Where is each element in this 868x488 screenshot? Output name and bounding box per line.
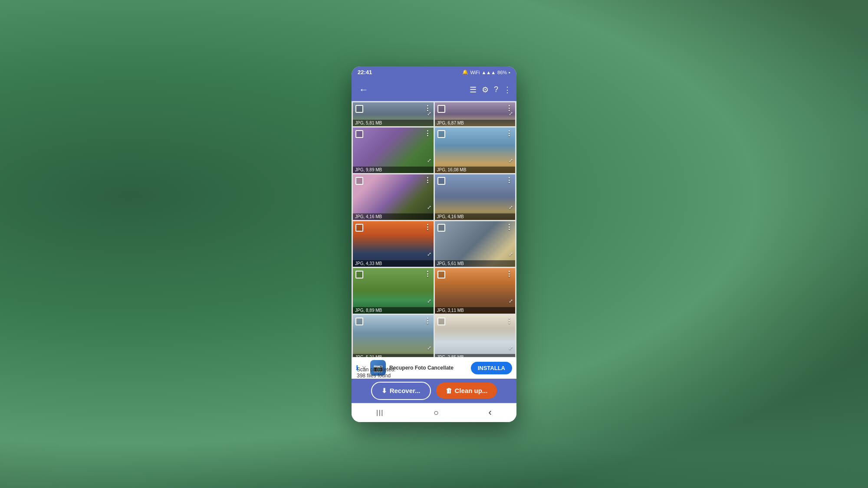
photo-checkbox[interactable] <box>437 318 445 325</box>
photo-file-label: JPG, 3,11 MB <box>435 307 516 314</box>
list-item[interactable]: ⋮ ⤢ JPG, 2,85 MB <box>435 315 516 357</box>
expand-icon[interactable]: ⤢ <box>427 345 431 351</box>
photo-file-label: JPG, 8,89 MB <box>353 307 434 314</box>
expand-icon[interactable]: ⤢ <box>509 157 513 164</box>
photo-checkbox[interactable] <box>355 105 363 113</box>
ad-info-icon[interactable]: ℹ <box>356 364 358 371</box>
signal-icon: ▲▲▲ <box>481 70 496 75</box>
photo-menu-icon[interactable]: ⋮ <box>506 129 513 138</box>
photo-file-label: JPG, 5,81 MB <box>353 120 434 126</box>
photo-menu-icon[interactable]: ⋮ <box>424 223 431 231</box>
recover-button[interactable]: ⬇ Recover... <box>371 382 431 400</box>
wifi-icon: WiFi <box>470 70 480 75</box>
list-item[interactable]: ⋮ ⤢ JPG, 6,87 MB <box>435 102 516 126</box>
photo-checkbox[interactable] <box>437 224 445 232</box>
photo-file-label: JPG, 16,08 MB <box>435 167 516 173</box>
photo-checkbox[interactable] <box>437 130 445 138</box>
list-item[interactable]: ⋮ ⤢ JPG, 9,89 MB <box>353 128 434 173</box>
list-item[interactable]: ⋮ ⤢ JPG, 5,61 MB <box>435 221 516 267</box>
photo-checkbox[interactable] <box>437 177 445 185</box>
status-time: 22:41 <box>358 69 372 75</box>
filter-icon[interactable]: ☰ <box>470 85 477 95</box>
ad-close-icon[interactable]: ✕ <box>362 364 367 371</box>
ad-title: Recupero Foto Cancellate <box>389 365 467 371</box>
list-item[interactable]: ⋮ ⤢ JPG, 4,16 MB <box>435 174 516 220</box>
photo-menu-icon[interactable]: ⋮ <box>506 223 513 231</box>
header-icons: ☰ ⚙ ? ⋮ <box>470 85 511 95</box>
photo-menu-icon[interactable]: ⋮ <box>506 176 513 184</box>
action-buttons-bar: Scan completed. 398 files found ⬇ Recove… <box>352 379 516 403</box>
expand-icon[interactable]: ⤢ <box>509 204 513 210</box>
photo-file-label: JPG, 4,16 MB <box>435 213 516 220</box>
battery-icon: ▪ <box>509 70 510 75</box>
list-item[interactable]: ⋮ ⤢ JPG, 5,81 MB <box>353 102 434 126</box>
settings-icon[interactable]: ⚙ <box>482 85 489 95</box>
expand-icon[interactable]: ⤢ <box>427 111 431 117</box>
more-icon[interactable]: ⋮ <box>503 85 511 95</box>
list-item[interactable]: ⋮ ⤢ JPG, 3,11 MB <box>435 268 516 314</box>
photo-menu-icon[interactable]: ⋮ <box>424 270 431 278</box>
status-bar: 22:41 🔔 WiFi ▲▲▲ 86% ▪ <box>352 66 516 79</box>
photo-menu-icon[interactable]: ⋮ <box>506 317 513 325</box>
battery-level: 86% <box>497 70 507 75</box>
expand-icon[interactable]: ⤢ <box>509 298 513 304</box>
photo-file-label: JPG, 5,61 MB <box>435 260 516 267</box>
photo-file-label: JPG, 6,87 MB <box>435 120 516 126</box>
expand-icon[interactable]: ⤢ <box>509 345 513 351</box>
expand-icon[interactable]: ⤢ <box>427 157 431 164</box>
cleanup-label: Clean up... <box>455 387 488 394</box>
back-button[interactable]: ← <box>357 84 371 95</box>
photo-menu-icon[interactable]: ⋮ <box>424 317 431 325</box>
photo-file-label: JPG, 4,16 MB <box>353 213 434 220</box>
help-icon[interactable]: ? <box>494 85 498 94</box>
cleanup-button[interactable]: 🗑 Clean up... <box>436 383 497 399</box>
photo-menu-icon[interactable]: ⋮ <box>424 176 431 184</box>
cleanup-icon: 🗑 <box>446 387 452 394</box>
list-item[interactable]: ⋮ ⤢ JPG, 4,16 MB <box>353 174 434 220</box>
photo-checkbox[interactable] <box>437 105 445 113</box>
expand-icon[interactable]: ⤢ <box>427 251 431 257</box>
photo-checkbox[interactable] <box>355 224 363 232</box>
photo-checkbox[interactable] <box>355 130 363 138</box>
photo-file-label: JPG, 9,89 MB <box>353 167 434 173</box>
photo-menu-icon[interactable]: ⋮ <box>424 129 431 138</box>
photo-checkbox[interactable] <box>355 318 363 325</box>
expand-icon[interactable]: ⤢ <box>509 251 513 257</box>
ad-install-button[interactable]: INSTALLA <box>471 362 512 374</box>
photo-file-label: JPG, 2,85 MB <box>435 354 516 357</box>
expand-icon[interactable]: ⤢ <box>427 204 431 210</box>
photo-checkbox[interactable] <box>437 271 445 278</box>
recover-icon: ⬇ <box>381 387 387 395</box>
list-item[interactable]: ⋮ ⤢ JPG, 5,21 MB <box>353 315 434 357</box>
app-header: ← ☰ ⚙ ? ⋮ <box>352 79 516 101</box>
photo-menu-icon[interactable]: ⋮ <box>506 270 513 278</box>
expand-icon[interactable]: ⤢ <box>509 111 513 117</box>
status-icons: 🔔 WiFi ▲▲▲ 86% ▪ <box>462 69 510 75</box>
nav-menu-icon[interactable]: ||| <box>376 409 384 416</box>
nav-home-icon[interactable]: ○ <box>434 408 439 418</box>
ad-banner: ℹ ✕ 📷 Recupero Foto Cancellate INSTALLA <box>352 357 516 379</box>
list-item[interactable]: ⋮ ⤢ JPG, 4,33 MB <box>353 221 434 267</box>
notification-icon: 🔔 <box>462 69 468 75</box>
photo-file-label: JPG, 4,33 MB <box>353 260 434 267</box>
ad-app-icon: 📷 <box>370 360 386 376</box>
phone-frame: 22:41 🔔 WiFi ▲▲▲ 86% ▪ ← ☰ ⚙ ? ⋮ ⋮ ⤢ <box>352 66 516 422</box>
photo-grid: ⋮ ⤢ JPG, 5,81 MB ⋮ ⤢ JPG, 6,87 MB ⋮ ⤢ <box>352 101 516 357</box>
list-item[interactable]: ⋮ ⤢ JPG, 16,08 MB <box>435 128 516 173</box>
nav-bar: ||| ○ ‹ <box>352 403 516 422</box>
expand-icon[interactable]: ⤢ <box>427 298 431 304</box>
nav-back-icon[interactable]: ‹ <box>488 407 491 418</box>
photo-grid-container: ⋮ ⤢ JPG, 5,81 MB ⋮ ⤢ JPG, 6,87 MB ⋮ ⤢ <box>352 101 516 357</box>
recover-label: Recover... <box>390 387 421 394</box>
photo-checkbox[interactable] <box>355 177 363 185</box>
list-item[interactable]: ⋮ ⤢ JPG, 8,89 MB <box>353 268 434 314</box>
photo-checkbox[interactable] <box>355 271 363 278</box>
ad-text: Recupero Foto Cancellate <box>389 365 467 371</box>
photo-file-label: JPG, 5,21 MB <box>353 354 434 357</box>
